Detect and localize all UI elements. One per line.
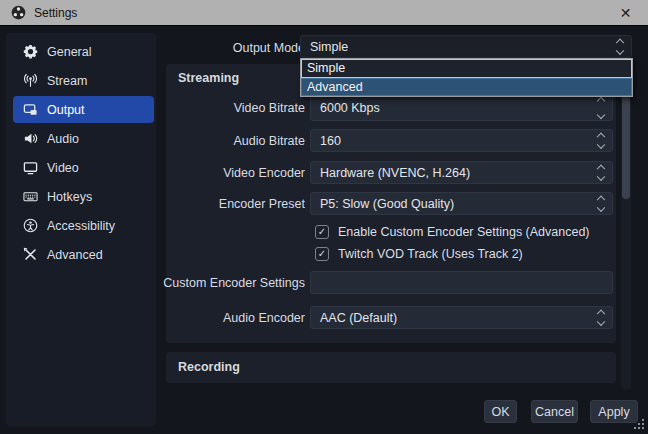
output-mode-dropdown: Simple Advanced <box>300 58 633 97</box>
video-bitrate-spinbox[interactable]: 6000 Kbps <box>310 95 613 121</box>
encoder-preset-combobox[interactable]: P5: Slow (Good Quality) <box>310 192 613 215</box>
audio-bitrate-value: 160 <box>320 134 341 148</box>
ok-button[interactable]: OK <box>484 400 517 423</box>
twitch-vod-track-checkbox[interactable]: ✓ Twitch VOD Track (Uses Track 2) <box>315 246 523 261</box>
sidebar-item-advanced[interactable]: Advanced <box>13 241 154 268</box>
recording-section-title: Recording <box>178 360 240 374</box>
spinner-updown-icon <box>598 98 604 118</box>
dropdown-option-advanced[interactable]: Advanced <box>301 78 632 97</box>
chevron-updown-icon <box>598 196 604 211</box>
custom-encoder-settings-checkbox[interactable]: ✓ Enable Custom Encoder Settings (Advanc… <box>315 224 590 239</box>
resize-grip[interactable] <box>634 427 636 429</box>
window-title: Settings <box>34 6 77 20</box>
checkmark-icon: ✓ <box>315 247 329 261</box>
checkmark-icon: ✓ <box>315 225 329 239</box>
checkbox-label: Enable Custom Encoder Settings (Advanced… <box>338 225 590 239</box>
sidebar-item-audio[interactable]: Audio <box>13 125 154 152</box>
chevron-updown-icon <box>598 165 604 180</box>
sidebar-item-label: Output <box>47 103 85 117</box>
sidebar-item-label: Accessibility <box>47 219 115 233</box>
spinner-updown-icon <box>598 133 604 148</box>
encoder-preset-value: P5: Slow (Good Quality) <box>320 197 454 211</box>
output-mode-value: Simple <box>310 40 348 54</box>
sidebar-item-label: Video <box>47 161 79 175</box>
dropdown-option-simple[interactable]: Simple <box>301 59 632 78</box>
output-mode-label: Output Mode <box>166 41 305 56</box>
audio-bitrate-label: Audio Bitrate <box>166 134 305 149</box>
encoder-preset-label: Encoder Preset <box>166 197 305 212</box>
video-bitrate-label: Video Bitrate <box>166 101 305 116</box>
sidebar-item-label: Audio <box>47 132 79 146</box>
speaker-icon <box>22 131 39 147</box>
antenna-icon <box>22 73 39 89</box>
audio-encoder-value: AAC (Default) <box>320 311 397 325</box>
accessibility-icon <box>22 218 39 234</box>
sidebar-item-general[interactable]: General <box>13 38 154 65</box>
sidebar-item-label: General <box>47 45 91 59</box>
chevron-updown-icon <box>598 310 604 325</box>
settings-window: Settings ✕ General Stream <box>0 0 648 434</box>
monitor-icon <box>22 160 39 176</box>
custom-encoder-settings-input[interactable] <box>310 271 613 294</box>
video-bitrate-value: 6000 Kbps <box>320 101 380 115</box>
audio-encoder-label: Audio Encoder <box>166 311 305 326</box>
output-mode-combobox[interactable]: Simple <box>300 35 632 58</box>
checkbox-label: Twitch VOD Track (Uses Track 2) <box>338 247 523 261</box>
keyboard-icon <box>22 189 39 205</box>
obs-logo-icon <box>11 5 26 20</box>
sidebar-item-output[interactable]: Output <box>13 96 154 123</box>
sidebar-item-video[interactable]: Video <box>13 154 154 181</box>
sidebar-item-label: Stream <box>47 74 87 88</box>
custom-encoder-settings-label: Custom Encoder Settings <box>85 276 305 291</box>
video-encoder-combobox[interactable]: Hardware (NVENC, H.264) <box>310 161 613 184</box>
sidebar-item-hotkeys[interactable]: Hotkeys <box>13 183 154 210</box>
settings-sidebar: General Stream Output <box>6 33 156 426</box>
sidebar-item-stream[interactable]: Stream <box>13 67 154 94</box>
apply-button[interactable]: Apply <box>590 400 638 423</box>
audio-encoder-combobox[interactable]: AAC (Default) <box>310 306 613 329</box>
audio-bitrate-spinbox[interactable]: 160 <box>310 129 613 152</box>
vertical-scrollbar[interactable] <box>621 64 631 390</box>
tools-icon <box>22 247 39 263</box>
sidebar-item-accessibility[interactable]: Accessibility <box>13 212 154 239</box>
output-icon <box>22 102 39 118</box>
video-encoder-value: Hardware (NVENC, H.264) <box>320 166 470 180</box>
sidebar-item-label: Hotkeys <box>47 190 92 204</box>
cancel-button[interactable]: Cancel <box>531 400 578 423</box>
sidebar-item-label: Advanced <box>47 248 103 262</box>
gear-icon <box>22 44 39 60</box>
titlebar: Settings ✕ <box>0 0 648 26</box>
chevron-updown-icon <box>617 39 623 54</box>
close-icon[interactable]: ✕ <box>603 0 648 25</box>
scrollbar-thumb[interactable] <box>622 93 630 199</box>
video-encoder-label: Video Encoder <box>166 166 305 181</box>
streaming-section-title: Streaming <box>178 71 239 85</box>
